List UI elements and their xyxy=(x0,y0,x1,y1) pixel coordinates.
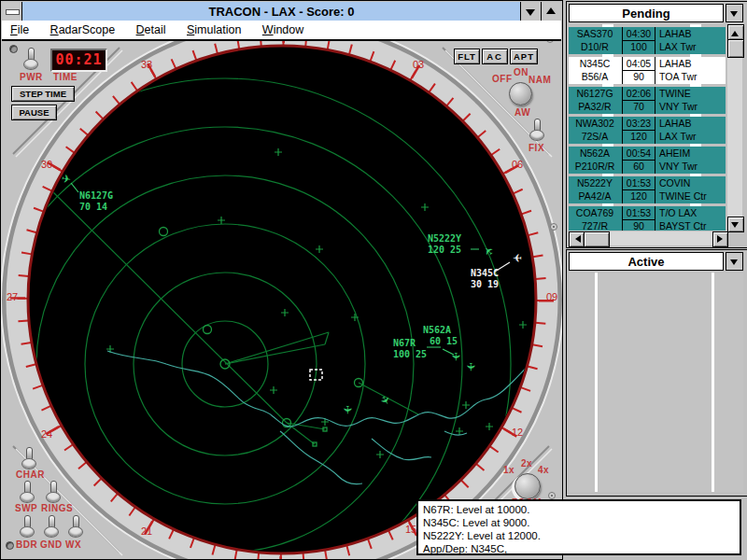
bdr-toggle[interactable] xyxy=(19,514,35,539)
gnd-label: GND xyxy=(40,539,63,550)
compass-06: 06 xyxy=(512,159,523,170)
pending-title: Pending xyxy=(569,4,724,22)
minimize-button[interactable] xyxy=(520,2,541,21)
flight-strip[interactable]: NWA30272S/A 03:23120 LAHABLAX Twr xyxy=(569,117,726,144)
zoom-4x-label: 4x xyxy=(538,465,549,475)
column-divider xyxy=(595,273,598,492)
scroll-up-button[interactable] xyxy=(727,24,744,40)
pending-strip-list: SAS370D10/R 04:30100 LAHABLAX Twr N345CB… xyxy=(569,24,726,231)
pause-button[interactable]: PAUSE xyxy=(11,105,57,120)
nam-knob[interactable] xyxy=(509,82,532,105)
gnd-toggle[interactable] xyxy=(43,514,60,539)
wx-toggle[interactable] xyxy=(67,514,84,539)
target-tag: 30 19 xyxy=(471,279,499,289)
menu-simulation[interactable]: Simulation xyxy=(178,21,249,36)
radio-message: N345C: Level at 9000. xyxy=(423,516,740,529)
window-title: TRACON - LAX - Score: 0 xyxy=(2,5,561,19)
bdr-label: BDR xyxy=(16,539,37,550)
compass-24: 24 xyxy=(41,428,52,440)
pending-window: Pending SAS370D10/R 04:30100 LAHABLAX Tw… xyxy=(566,1,747,248)
target-callsign[interactable]: N345C xyxy=(471,268,499,278)
maximize-icon xyxy=(546,3,556,14)
radar-panel: 33 03 30 06 27 09 24 12 21 15 xyxy=(1,41,562,559)
compass-12: 12 xyxy=(512,427,523,438)
radio-message-box: N67R: Level at 10000. N345C: Level at 90… xyxy=(416,499,741,555)
zoom-1x-label: 1x xyxy=(503,465,514,475)
char-label: CHAR xyxy=(16,469,45,480)
flight-strip[interactable]: COA769727/R 01:5390 T/O LAXBAYST Ctr xyxy=(569,206,726,231)
compass-21: 21 xyxy=(141,525,152,537)
zoom-knob[interactable] xyxy=(514,473,541,499)
swp-toggle[interactable] xyxy=(19,480,35,504)
scroll-left-button[interactable] xyxy=(569,231,585,247)
system-menu-icon xyxy=(6,9,20,15)
menu-radarscope[interactable]: RadarScope xyxy=(42,21,124,36)
compass-33: 33 xyxy=(141,59,152,70)
target-tag: 100 25 xyxy=(393,349,427,359)
on-label: ON xyxy=(514,67,529,77)
aircraft-icon-n67r[interactable]: ✈ xyxy=(464,362,477,371)
pwr-label: PWR xyxy=(20,72,43,82)
flight-strip[interactable]: N6127GPA32/R 02:0670 TWINEVNY Twr xyxy=(569,87,726,114)
chevron-down-icon xyxy=(730,259,738,269)
target-callsign[interactable]: N6127G xyxy=(79,190,113,201)
target-callsign[interactable]: N67R xyxy=(393,338,416,348)
pending-dropdown-button[interactable] xyxy=(726,4,743,22)
flight-strip[interactable]: N562AP210R/R 00:5460 AHEIMVNY Twr xyxy=(569,147,726,174)
maximize-button[interactable] xyxy=(541,2,561,21)
chevron-down-icon xyxy=(730,11,738,21)
menu-file[interactable]: File xyxy=(2,21,37,36)
step-time-button[interactable]: STEP TIME xyxy=(11,86,75,102)
compass-27: 27 xyxy=(7,291,18,302)
target-tag: 60 15 xyxy=(430,336,458,346)
time-label: TIME xyxy=(53,72,78,82)
compass-15: 15 xyxy=(405,524,416,535)
target-tag: 70 14 xyxy=(79,202,107,212)
menu-window[interactable]: Window xyxy=(254,21,312,36)
flight-strip[interactable]: N5222YPA42/A 01:53120 COVINTWINE Ctr xyxy=(569,176,726,203)
pending-scroll-thumb[interactable] xyxy=(727,39,744,58)
zoom-2x-label: 2x xyxy=(521,458,532,469)
compass-09: 09 xyxy=(546,291,557,302)
flight-strip[interactable]: SAS370D10/R 04:30100 LAHABLAX Twr xyxy=(569,27,726,54)
menu-bar: File RadarScope Detail Simulation Window xyxy=(2,21,561,41)
target-tag: 120 25 xyxy=(428,245,461,255)
column-divider xyxy=(712,273,714,492)
apt-button[interactable]: APT xyxy=(510,49,538,64)
fix-toggle[interactable] xyxy=(529,118,545,142)
power-led xyxy=(9,45,18,53)
scroll-right-button[interactable] xyxy=(712,231,728,247)
flt-button[interactable]: FLT xyxy=(454,49,480,64)
pwr-toggle[interactable] xyxy=(22,47,39,71)
rings-label: RINGS xyxy=(41,503,73,513)
bdr-led xyxy=(6,541,14,550)
radio-message: N5222Y: Level at 12000. xyxy=(423,529,740,542)
fix-label: FIX xyxy=(529,143,544,153)
off-label: OFF xyxy=(492,74,513,84)
target-callsign[interactable]: N562A xyxy=(423,325,451,335)
active-dropdown-button[interactable] xyxy=(726,252,743,271)
compass-03: 03 xyxy=(413,59,424,70)
aircraft-icon-coastal-1[interactable]: ✈ xyxy=(341,405,354,414)
aircraft-icon-n345c[interactable]: ✈ xyxy=(513,251,522,264)
system-menu-button[interactable] xyxy=(2,2,22,21)
radio-message: App/Dep: N345C, xyxy=(423,542,740,555)
scroll-down-button[interactable] xyxy=(727,217,744,232)
title-bar: TRACON - LAX - Score: 0 xyxy=(2,2,561,21)
target-callsign[interactable]: N5222Y xyxy=(428,233,461,244)
pending-hscroll-thumb[interactable] xyxy=(584,231,610,247)
nam-label: NAM xyxy=(529,75,551,85)
char-toggle[interactable] xyxy=(21,446,37,470)
menu-detail[interactable]: Detail xyxy=(128,21,175,36)
rings-toggle[interactable] xyxy=(45,480,62,504)
swp-label: SWP xyxy=(15,503,37,513)
sim-clock: 00:21 xyxy=(50,49,107,72)
active-window: Active xyxy=(566,249,747,497)
ac-button[interactable]: AC xyxy=(482,49,508,64)
radar-scope[interactable] xyxy=(28,46,536,553)
compass-30: 30 xyxy=(41,159,52,170)
flight-strip-selected[interactable]: N345CB56/A 04:0590 LAHABTOA Twr xyxy=(569,57,726,84)
active-title: Active xyxy=(569,252,724,271)
wx-label: WX xyxy=(65,539,81,550)
aw-label: AW xyxy=(514,107,530,118)
